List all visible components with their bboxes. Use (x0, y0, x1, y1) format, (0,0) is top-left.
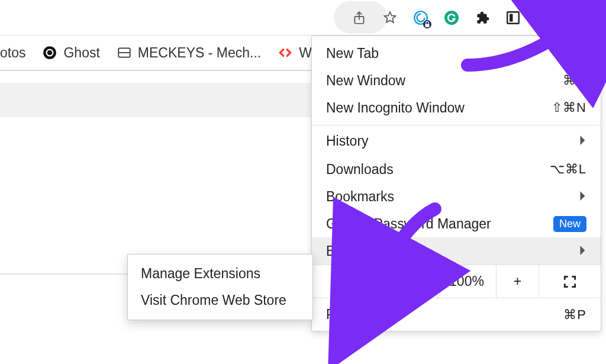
svg-point-8 (44, 46, 57, 59)
menu-label: History (326, 133, 369, 149)
code-favicon-icon (278, 45, 293, 60)
menu-item-password-manager[interactable]: Google Password Manager New (312, 210, 601, 237)
submenu-arrow-icon (579, 243, 586, 259)
meckeys-favicon-icon (117, 45, 132, 60)
menu-item-downloads[interactable]: Downloads ⌥⌘L (312, 156, 601, 183)
zoom-label: Zoom (312, 265, 396, 298)
bookmark-label: MECKEYS - Mech... (138, 45, 261, 61)
svg-point-2 (444, 11, 459, 25)
submenu-label: Manage Extensions (141, 266, 260, 281)
submenu-arrow-icon (579, 133, 586, 149)
menu-label: Downloads (326, 162, 394, 178)
gray-strip (0, 83, 311, 117)
chrome-main-menu: New Tab ⌘T New Window ⌘N New Incognito W… (311, 36, 601, 331)
profile-avatar[interactable] (535, 7, 557, 29)
share-icon[interactable] (350, 9, 368, 27)
svg-rect-4 (510, 14, 512, 22)
svg-point-7 (584, 22, 587, 25)
ghost-favicon-icon (42, 45, 57, 60)
bookmark-label: Ghost (63, 45, 99, 61)
toolbar-right (350, 0, 600, 36)
submenu-label: Visit Chrome Web Store (141, 292, 286, 308)
menu-item-extensions[interactable]: Extensions (312, 237, 601, 265)
menu-shortcut: ⇧⌘N (552, 100, 586, 115)
menu-label: Extensions (326, 243, 393, 259)
svg-rect-3 (507, 12, 519, 24)
extensions-puzzle-icon[interactable] (473, 9, 491, 27)
reader-icon[interactable] (504, 9, 522, 27)
bookmark-item[interactable]: W (278, 45, 312, 61)
bookmark-item[interactable]: Ghost (42, 45, 99, 61)
zoom-value: 100% (437, 265, 497, 298)
more-menu-button[interactable] (570, 3, 600, 33)
zoom-out-button[interactable]: − (396, 265, 437, 298)
menu-item-print[interactable]: Print... ⌘P (312, 298, 601, 331)
menu-shortcut: ⌘T (565, 46, 586, 61)
extension-1-icon[interactable] (412, 9, 430, 27)
submenu-item-web-store[interactable]: Visit Chrome Web Store (128, 287, 312, 314)
bookmark-label: otos (0, 45, 25, 61)
bookmark-label: W (299, 45, 312, 61)
menu-label: New Window (326, 73, 405, 89)
menu-item-history[interactable]: History (312, 125, 601, 156)
menu-shortcut: ⌥⌘L (550, 162, 586, 177)
extensions-submenu: Manage Extensions Visit Chrome Web Store (127, 254, 313, 320)
new-badge: New (553, 216, 586, 232)
menu-item-bookmarks[interactable]: Bookmarks (312, 183, 601, 210)
menu-label: New Tab (326, 46, 379, 62)
submenu-arrow-icon (579, 189, 586, 205)
menu-label: New Incognito Window (326, 100, 465, 116)
browser-toolbar (0, 0, 606, 36)
svg-point-5 (584, 10, 587, 14)
zoom-in-button[interactable]: + (497, 265, 539, 298)
bookmark-item[interactable]: otos (0, 45, 25, 61)
fullscreen-button[interactable] (539, 265, 601, 298)
submenu-item-manage-extensions[interactable]: Manage Extensions (128, 260, 312, 287)
menu-item-new-tab[interactable]: New Tab ⌘T (312, 40, 601, 67)
menu-label: Bookmarks (326, 189, 394, 205)
star-icon[interactable] (381, 9, 399, 27)
grammarly-icon[interactable] (443, 9, 460, 27)
menu-label: Print... (326, 307, 365, 323)
menu-label: Google Password Manager (326, 216, 491, 232)
bookmark-item[interactable]: MECKEYS - Mech... (117, 45, 261, 61)
svg-point-6 (584, 16, 587, 20)
menu-item-new-window[interactable]: New Window ⌘N (312, 67, 601, 94)
menu-zoom-row: Zoom − 100% + (312, 265, 601, 298)
menu-shortcut: ⌘P (563, 307, 586, 323)
menu-item-new-incognito[interactable]: New Incognito Window ⇧⌘N (312, 94, 601, 121)
menu-shortcut: ⌘N (563, 73, 586, 88)
